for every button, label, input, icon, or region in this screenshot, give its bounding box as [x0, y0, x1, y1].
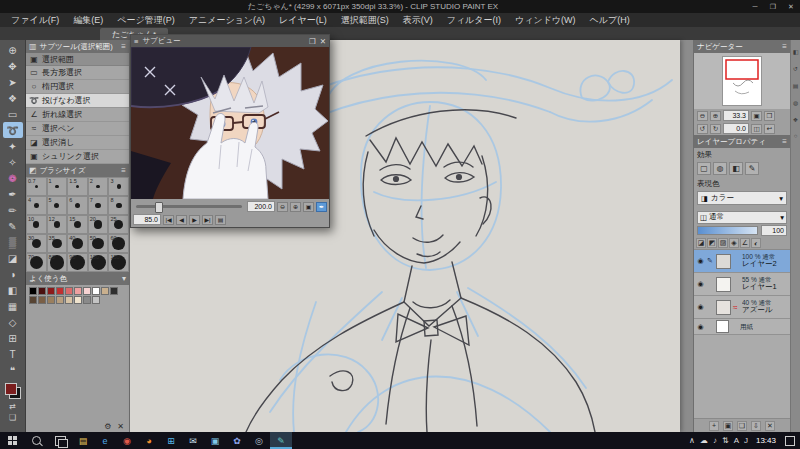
blend-mode-dropdown[interactable]: ◫ 通常 ▾: [697, 211, 787, 224]
auto-select-tool[interactable]: ✦: [3, 138, 23, 154]
brush-size-cell[interactable]: 90: [67, 253, 88, 272]
new-layer-icon[interactable]: +: [709, 421, 719, 431]
brush-size-cell[interactable]: 1: [47, 177, 68, 196]
eraser-tool[interactable]: ◪: [3, 250, 23, 266]
layer-thumbnail[interactable]: [716, 320, 729, 333]
subtool-item[interactable]: ◪ 選択消し: [26, 136, 129, 150]
color-swatch[interactable]: [65, 287, 73, 295]
panel-menu-icon[interactable]: ≡: [121, 42, 126, 51]
menu-item[interactable]: アニメーション(A): [182, 14, 272, 27]
pencil-tool[interactable]: ✏: [3, 202, 23, 218]
zoom-out-icon[interactable]: ⊖: [277, 202, 288, 212]
menu-item[interactable]: ウィンドウ(W): [508, 14, 583, 27]
navigator-rotate-value[interactable]: 0.0: [723, 123, 749, 134]
taskbar-search-button[interactable]: [24, 432, 48, 449]
volume-icon[interactable]: ♪: [713, 436, 717, 445]
subview-zoom-value[interactable]: 200.0: [247, 201, 275, 212]
brush-size-cell[interactable]: 70: [26, 253, 47, 272]
merge-down-icon[interactable]: ⇩: [751, 421, 761, 431]
layer-thumbnail[interactable]: [716, 300, 731, 315]
menu-item[interactable]: ヘルプ(H): [583, 14, 637, 27]
decoration-tool[interactable]: ❁: [3, 170, 23, 186]
fit-icon[interactable]: ▣: [303, 202, 314, 212]
color-swatch[interactable]: [47, 296, 55, 304]
brush-size-cell[interactable]: 8: [108, 196, 129, 215]
fill-tool[interactable]: ◧: [3, 282, 23, 298]
brush-size-cell[interactable]: 35: [47, 234, 68, 253]
rotate-right-icon[interactable]: ↻: [710, 124, 721, 134]
screen-mode-icon[interactable]: ❏: [9, 413, 16, 422]
delete-layer-icon[interactable]: ✕: [765, 421, 775, 431]
photos-app[interactable]: ▣: [204, 432, 226, 449]
brush-size-cell[interactable]: 40: [67, 234, 88, 253]
fit-to-window-icon[interactable]: ▣: [751, 111, 762, 121]
subtool-item[interactable]: ▭ 長方形選択: [26, 66, 129, 80]
draft-effect-icon[interactable]: ✎: [745, 162, 759, 175]
close-button[interactable]: ✕: [782, 3, 800, 11]
brush-size-cell[interactable]: 20: [88, 215, 109, 234]
brush-size-cell[interactable]: 25: [108, 215, 129, 234]
brush-size-cell[interactable]: 5: [47, 196, 68, 215]
subview-zoom-slider-handle[interactable]: [155, 202, 163, 213]
visibility-eye-icon[interactable]: ◉: [696, 303, 705, 311]
brush-size-cell[interactable]: 12: [47, 215, 68, 234]
subview-menu-icon[interactable]: ≡: [134, 37, 138, 46]
new-folder-icon[interactable]: ▣: [723, 421, 733, 431]
layer-property-menu-icon[interactable]: ≡: [782, 137, 787, 146]
color-swatch[interactable]: [101, 287, 109, 295]
color-swatch[interactable]: [92, 287, 100, 295]
subview-position-value[interactable]: 85.0: [133, 214, 161, 225]
menu-item[interactable]: ファイル(F): [4, 14, 66, 27]
navigator-preview[interactable]: [694, 53, 790, 109]
color-swatch[interactable]: [83, 296, 91, 304]
frame-tool[interactable]: ⊞: [3, 330, 23, 346]
tray-expand-icon[interactable]: ∧: [689, 436, 695, 445]
panel-tab-quick-access-icon[interactable]: ◧: [793, 48, 799, 55]
next-image-icon[interactable]: ▶: [189, 215, 200, 225]
clip-studio-app[interactable]: ✎: [270, 432, 292, 449]
trash-icon[interactable]: ✕: [117, 422, 124, 431]
taskbar-clock[interactable]: 13:43: [752, 436, 780, 445]
brush-size-cell[interactable]: 4: [26, 196, 47, 215]
color-swatch[interactable]: [29, 296, 37, 304]
brush-size-cell[interactable]: 3: [108, 177, 129, 196]
first-image-icon[interactable]: |◀: [163, 215, 174, 225]
mask-icon[interactable]: ◐: [751, 238, 761, 248]
border-effect-icon[interactable]: ▢: [697, 162, 711, 175]
brush-size-cell[interactable]: 15: [67, 215, 88, 234]
color-swatch[interactable]: [56, 296, 64, 304]
color-swatch[interactable]: [47, 287, 55, 295]
visibility-eye-icon[interactable]: ◉: [696, 323, 705, 331]
brush-size-cell[interactable]: 7: [88, 196, 109, 215]
clip-to-layer-icon[interactable]: ◪: [696, 238, 706, 248]
menu-item[interactable]: 表示(V): [396, 14, 440, 27]
color-swatch[interactable]: [56, 287, 64, 295]
layer-row[interactable]: ◉ ✎ ≈ 100 % 通常 レイヤー2: [694, 250, 790, 273]
brush-size-cell[interactable]: 0.7: [26, 177, 47, 196]
brush-size-cell[interactable]: 30: [26, 234, 47, 253]
brush-size-cell[interactable]: 150: [108, 253, 129, 272]
edge-app[interactable]: e: [94, 432, 116, 449]
marquee-select-tool[interactable]: ▭: [3, 106, 23, 122]
navigator-menu-icon[interactable]: ≡: [782, 42, 787, 51]
menu-item[interactable]: 編集(E): [66, 14, 110, 27]
last-image-icon[interactable]: ▶|: [202, 215, 213, 225]
eyedropper-tool[interactable]: ✧: [3, 154, 23, 170]
text-tool[interactable]: T: [3, 346, 23, 362]
network-icon[interactable]: ⇅: [722, 436, 729, 445]
prev-image-icon[interactable]: ◀: [176, 215, 187, 225]
store-app[interactable]: ⊞: [160, 432, 182, 449]
visibility-eye-icon[interactable]: ◉: [696, 257, 705, 265]
brush-size-cell[interactable]: 1.5: [67, 177, 88, 196]
brush-tool[interactable]: ✎: [3, 218, 23, 234]
action-center-icon[interactable]: [785, 436, 795, 446]
minimize-button[interactable]: ─: [746, 3, 764, 10]
zoom-in-icon[interactable]: ⊕: [290, 202, 301, 212]
frequent-colors-dropdown-icon[interactable]: ▾: [122, 274, 126, 283]
color-swatch[interactable]: [65, 296, 73, 304]
panel-tab-history-icon[interactable]: ↺: [793, 65, 798, 72]
subview-close-icon[interactable]: ✕: [320, 37, 326, 46]
gradient-tool[interactable]: ▦: [3, 298, 23, 314]
brush-size-menu-icon[interactable]: ≡: [121, 166, 126, 175]
discord-app[interactable]: ✿: [226, 432, 248, 449]
